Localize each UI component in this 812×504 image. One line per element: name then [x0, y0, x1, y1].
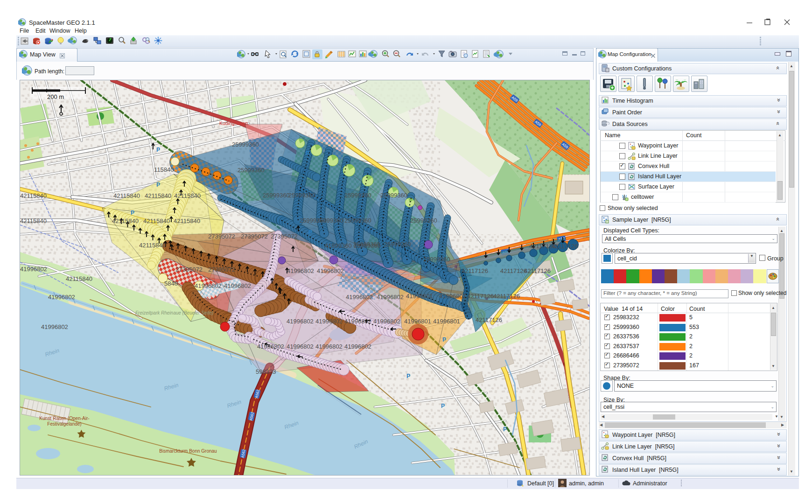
svg-text:P: P — [441, 403, 445, 409]
svg-text:41996801: 41996801 — [404, 318, 431, 325]
svg-text:Festivalgelande): Festivalgelande) — [47, 421, 81, 427]
svg-text:25999360: 25999360 — [410, 217, 437, 224]
svg-text:25999360: 25999360 — [238, 167, 265, 174]
svg-text:25999360: 25999360 — [344, 192, 371, 199]
svg-text:42117126: 42117126 — [524, 267, 551, 274]
svg-text:41996802: 41996802 — [287, 267, 314, 274]
svg-text:115840: 115840 — [154, 166, 174, 173]
svg-text:42115840: 42115840 — [145, 192, 171, 199]
svg-text:42117126: 42117126 — [476, 316, 502, 323]
svg-text:27395072: 27395072 — [175, 266, 203, 273]
svg-text:42115840: 42115840 — [139, 242, 166, 249]
svg-text:25999360: 25999360 — [288, 192, 315, 199]
svg-text:41996801: 41996801 — [439, 293, 466, 300]
svg-text:25999360: 25999360 — [316, 217, 343, 224]
svg-text:P: P — [503, 426, 507, 433]
svg-text:P: P — [308, 229, 312, 236]
svg-text:41996802: 41996802 — [373, 318, 400, 325]
svg-text:42117126: 42117126 — [467, 293, 494, 300]
svg-text:25999360: 25999360 — [423, 256, 450, 263]
svg-text:42115840: 42115840 — [143, 217, 170, 224]
svg-text:42115840: 42115840 — [174, 192, 201, 199]
svg-text:42115840: 42115840 — [20, 217, 47, 224]
svg-text:5840: 5840 — [164, 280, 178, 287]
svg-text:Kudinghoven: Kudinghoven — [219, 120, 248, 126]
svg-text:25999360: 25999360 — [384, 241, 411, 248]
svg-text:41996802: 41996802 — [346, 294, 373, 301]
svg-text:P: P — [156, 147, 160, 153]
svg-text:41996802: 41996802 — [315, 318, 343, 325]
svg-text:25999360: 25999360 — [263, 192, 290, 199]
svg-text:25999360: 25999360 — [380, 192, 407, 199]
svg-text:42117126: 42117126 — [500, 267, 527, 274]
svg-text:P: P — [506, 295, 510, 302]
svg-text:27395072: 27395072 — [271, 233, 298, 240]
svg-text:41996802: 41996802 — [315, 343, 343, 350]
svg-text:41996802: 41996802 — [20, 266, 47, 273]
svg-text:41996802: 41996802 — [377, 294, 404, 301]
svg-text:P: P — [306, 150, 309, 156]
svg-text:25999360: 25999360 — [354, 242, 381, 249]
svg-text:42117126: 42117126 — [552, 243, 578, 250]
svg-text:P: P — [406, 373, 410, 379]
svg-text:41996801: 41996801 — [433, 318, 460, 325]
svg-text:27395072: 27395072 — [208, 266, 235, 273]
svg-text:598323: 598323 — [256, 368, 276, 375]
svg-text:42115840: 42115840 — [112, 217, 139, 224]
svg-text:41996802: 41996802 — [344, 343, 371, 350]
svg-text:41996802: 41996802 — [224, 282, 251, 289]
svg-text:Bismarckturm Bonn Gronau: Bismarckturm Bonn Gronau — [159, 448, 217, 454]
svg-text:27395072: 27395072 — [241, 233, 268, 240]
svg-text:P: P — [156, 182, 160, 188]
svg-text:41996802: 41996802 — [317, 267, 344, 274]
svg-text:200 m: 200 m — [47, 93, 64, 100]
svg-text:42117126: 42117126 — [462, 267, 488, 274]
svg-text:27395072: 27395072 — [208, 233, 235, 240]
svg-text:Kunst`Rasen (Open-Air-: Kunst`Rasen (Open-Air- — [39, 416, 89, 421]
svg-text:41996802: 41996802 — [257, 343, 284, 350]
svg-text:41996802: 41996802 — [287, 343, 314, 350]
svg-text:41996801: 41996801 — [406, 293, 433, 300]
svg-text:P: P — [131, 210, 134, 216]
svg-text:41996802: 41996802 — [195, 282, 222, 289]
svg-text:41996802: 41996802 — [344, 318, 371, 325]
svg-text:41996802: 41996802 — [41, 323, 68, 330]
svg-text:41996802: 41996802 — [287, 318, 314, 325]
svg-text:25999360: 25999360 — [344, 217, 371, 224]
svg-text:25999360: 25999360 — [232, 141, 259, 148]
svg-text:42115840: 42115840 — [66, 275, 92, 282]
svg-text:42115840: 42115840 — [20, 192, 47, 199]
svg-text:42115840: 42115840 — [113, 192, 140, 199]
svg-text:P: P — [442, 336, 446, 343]
svg-text:Freizeitpark Rheinaue (Beueler: Freizeitpark Rheinaue (Beueler Seite) — [135, 310, 213, 315]
svg-text:41999360: 41999360 — [325, 242, 352, 249]
svg-text:42115840: 42115840 — [174, 217, 200, 224]
svg-text:41996802: 41996802 — [48, 294, 75, 301]
